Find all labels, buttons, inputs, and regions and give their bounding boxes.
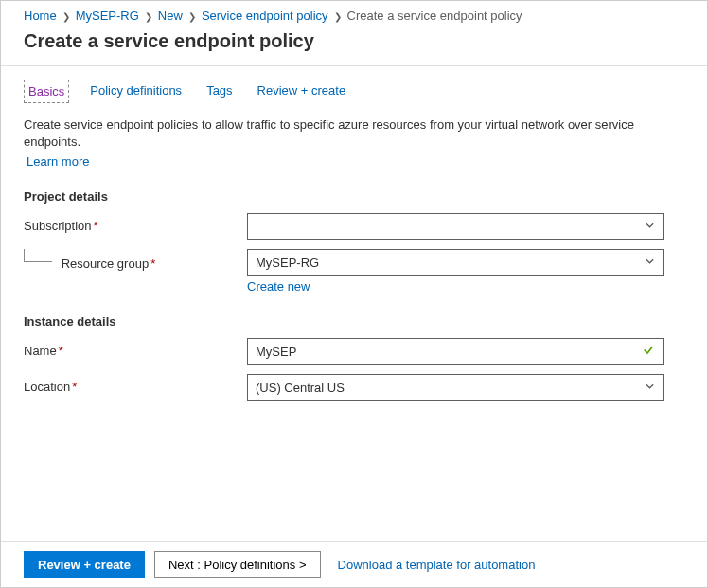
chevron-right-icon: ❯ xyxy=(188,11,196,22)
breadcrumb-link[interactable]: New xyxy=(158,9,183,23)
breadcrumb-link[interactable]: Service endpoint policy xyxy=(202,9,328,23)
chevron-down-icon xyxy=(645,256,655,270)
name-input[interactable]: MySEP xyxy=(247,338,664,365)
review-create-button[interactable]: Review + create xyxy=(24,551,145,578)
intro-text: Create service endpoint policies to allo… xyxy=(24,116,684,151)
checkmark-icon xyxy=(642,344,655,360)
chevron-down-icon xyxy=(645,220,655,234)
learn-more-link[interactable]: Learn more xyxy=(27,154,89,169)
section-instance-details: Instance details xyxy=(24,314,684,329)
footer-bar: Review + create Next : Policy definition… xyxy=(1,541,707,587)
tab-basics[interactable]: Basics xyxy=(24,80,69,103)
section-project-details: Project details xyxy=(24,189,684,204)
subscription-label: Subscription* xyxy=(24,213,247,233)
location-label: Location* xyxy=(24,374,247,394)
breadcrumb-link[interactable]: MySEP-RG xyxy=(76,9,139,23)
resource-group-select[interactable]: MySEP-RG xyxy=(247,249,664,276)
name-label: Name* xyxy=(24,338,247,358)
tree-branch-icon xyxy=(24,249,52,262)
chevron-right-icon: ❯ xyxy=(145,11,152,22)
tab-bar: Basics Policy definitions Tags Review + … xyxy=(24,80,684,103)
subscription-select[interactable] xyxy=(247,213,664,240)
breadcrumb-link[interactable]: Home xyxy=(24,9,57,23)
tab-review-create[interactable]: Review + create xyxy=(254,80,350,103)
chevron-right-icon: ❯ xyxy=(334,11,342,22)
next-button[interactable]: Next : Policy definitions > xyxy=(154,551,321,578)
breadcrumb-current: Create a service endpoint policy xyxy=(347,9,522,23)
page-title: Create a service endpoint policy xyxy=(24,30,684,52)
download-template-link[interactable]: Download a template for automation xyxy=(338,558,536,572)
tab-policy-definitions[interactable]: Policy definitions xyxy=(86,80,186,103)
create-new-link[interactable]: Create new xyxy=(247,279,310,294)
resource-group-label: Resource group* xyxy=(24,249,247,271)
location-select[interactable]: (US) Central US xyxy=(247,374,664,401)
chevron-right-icon: ❯ xyxy=(62,11,70,22)
breadcrumb: Home ❯ MySEP-RG ❯ New ❯ Service endpoint… xyxy=(1,1,707,27)
tab-tags[interactable]: Tags xyxy=(203,80,236,103)
chevron-down-icon xyxy=(645,381,655,395)
